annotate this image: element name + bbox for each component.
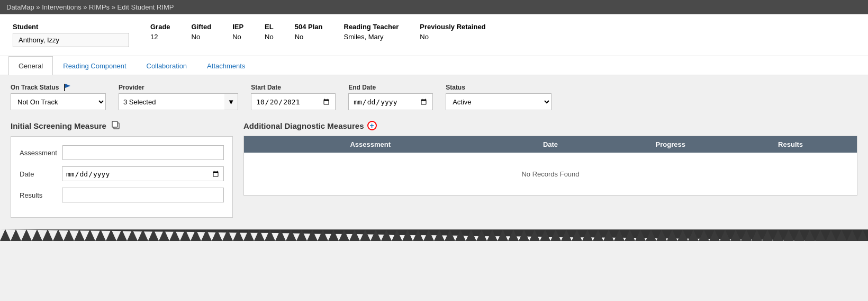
results-input[interactable] — [62, 188, 224, 202]
form-area: On Track Status Not On Track On Track Pr… — [0, 75, 868, 226]
plan-field: 504 Plan No — [295, 23, 323, 41]
status-field: Status Active Inactive — [446, 84, 551, 110]
breadcrumb: DataMap » Interventions » RIMPs » Edit S… — [0, 0, 868, 14]
grade-value: 12 — [150, 33, 170, 41]
start-date-label: Start Date — [251, 84, 336, 91]
retained-value: No — [420, 33, 485, 41]
tab-collaboration[interactable]: Collaboration — [137, 56, 197, 75]
copy-icon[interactable] — [112, 121, 120, 131]
provider-dropdown-button[interactable]: ▼ — [224, 93, 238, 110]
screening-box: Assessment Date Results — [11, 136, 233, 218]
iep-value: No — [232, 33, 243, 41]
student-field: Student Anthony, Izzy — [13, 23, 129, 47]
grade-label: Grade — [150, 23, 170, 31]
initial-screening-section: Initial Screening Measure Assessment — [11, 121, 233, 218]
provider-field: Provider ▼ — [119, 84, 238, 110]
plan-value: No — [295, 33, 323, 41]
results-row: Results — [20, 188, 224, 202]
iep-field: IEP No — [232, 23, 243, 41]
diagnostic-table-header: Assessment Date Progress Results — [244, 136, 857, 153]
el-label: EL — [265, 23, 274, 31]
end-date-label: End Date — [348, 84, 433, 91]
gifted-field: Gifted No — [192, 23, 212, 41]
diagnostic-empty-state: No Records Found — [244, 153, 857, 195]
additional-diagnostic-title: Additional Diagnostic Measures + — [243, 121, 857, 130]
col-assessment: Assessment — [250, 140, 491, 148]
two-col-layout: Initial Screening Measure Assessment — [11, 121, 857, 218]
assessment-row: Assessment — [20, 145, 224, 160]
date-label: Date — [20, 170, 57, 178]
additional-diagnostic-section: Additional Diagnostic Measures + Assessm… — [243, 121, 857, 218]
assessment-label: Assessment — [20, 149, 57, 157]
tab-reading-component[interactable]: Reading Component — [53, 56, 136, 75]
add-diagnostic-button[interactable]: + — [367, 121, 377, 130]
teacher-label: Reading Teacher — [344, 23, 399, 31]
iep-label: IEP — [232, 23, 243, 31]
on-track-select[interactable]: Not On Track On Track — [11, 93, 106, 110]
form-row-top: On Track Status Not On Track On Track Pr… — [11, 84, 857, 110]
tab-attachments[interactable]: Attachments — [197, 56, 255, 75]
col-progress: Progress — [610, 140, 730, 148]
status-select[interactable]: Active Inactive — [446, 93, 551, 110]
svg-rect-3 — [112, 121, 117, 127]
on-track-field: On Track Status Not On Track On Track — [11, 84, 106, 110]
tabs-bar: General Reading Component Collaboration … — [0, 56, 868, 75]
on-track-label: On Track Status — [11, 84, 106, 91]
provider-label: Provider — [119, 84, 238, 91]
diagnostic-table: Assessment Date Progress Results No Reco… — [243, 136, 857, 196]
teacher-field: Reading Teacher Smiles, Mary — [344, 23, 399, 41]
end-date-field: End Date — [348, 84, 433, 110]
start-date-input[interactable] — [251, 93, 336, 110]
teacher-value: Smiles, Mary — [344, 33, 399, 41]
tab-general[interactable]: General — [8, 56, 53, 75]
el-field: EL No — [265, 23, 274, 41]
retained-label: Previously Retained — [420, 23, 485, 31]
flag-icon — [63, 84, 71, 91]
gifted-label: Gifted — [192, 23, 212, 31]
no-records-message: No Records Found — [521, 170, 579, 178]
start-date-field: Start Date — [251, 84, 336, 110]
col-results: Results — [730, 140, 851, 148]
svg-marker-1 — [65, 84, 70, 88]
el-value: No — [265, 33, 274, 41]
student-label: Student — [13, 23, 129, 31]
student-info-section: Student Anthony, Izzy Grade 12 Gifted No… — [0, 14, 868, 56]
grade-field: Grade 12 — [150, 23, 170, 41]
provider-input[interactable] — [119, 93, 224, 110]
results-label: Results — [20, 191, 57, 199]
col-date: Date — [491, 140, 611, 148]
initial-screening-title: Initial Screening Measure — [11, 121, 233, 131]
status-label: Status — [446, 84, 551, 91]
zigzag-bottom — [0, 229, 868, 241]
date-input[interactable] — [62, 166, 224, 181]
date-row: Date — [20, 166, 224, 181]
assessment-input[interactable] — [62, 145, 224, 160]
plan-label: 504 Plan — [295, 23, 323, 31]
svg-rect-0 — [64, 84, 65, 91]
student-name: Anthony, Izzy — [13, 33, 129, 47]
gifted-value: No — [192, 33, 212, 41]
end-date-input[interactable] — [348, 93, 433, 110]
retained-field: Previously Retained No — [420, 23, 485, 41]
